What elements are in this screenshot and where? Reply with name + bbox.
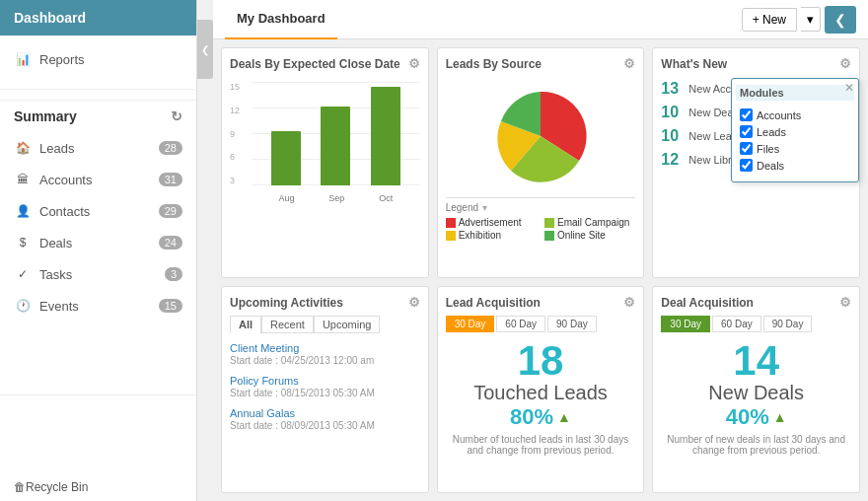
tasks-icon: ✓ bbox=[14, 265, 32, 283]
legend-online: Online Site bbox=[544, 230, 635, 241]
sidebar-item-events[interactable]: 🕐 Events 15 bbox=[0, 290, 196, 322]
activity-link-2[interactable]: Annual Galas bbox=[230, 407, 295, 419]
leads-icon: 🏠 bbox=[14, 139, 32, 157]
yaxis-6: 6 bbox=[230, 152, 252, 162]
modules-popup: ✕ Modules Accounts Leads Files bbox=[731, 78, 859, 182]
lead-acq-gear-icon[interactable]: ⚙ bbox=[623, 295, 635, 310]
sidebar-item-leads[interactable]: 🏠 Leads 28 bbox=[0, 132, 196, 164]
activity-tabs: All Recent Upcoming bbox=[230, 316, 420, 333]
lead-acq-percent: 80% bbox=[510, 404, 553, 430]
yaxis-12: 12 bbox=[230, 106, 252, 115]
lead-acq-tab-30[interactable]: 30 Day bbox=[446, 316, 495, 332]
deal-acq-tab-90[interactable]: 90 Day bbox=[763, 316, 813, 332]
accounts-icon: 🏛 bbox=[14, 171, 32, 188]
new-button-label: + New bbox=[753, 13, 786, 27]
widget-whats-new: What's New ⚙ 13 New Accou... 10 New Deal… bbox=[652, 47, 860, 278]
activity-link-0[interactable]: Client Meeting bbox=[230, 342, 299, 354]
deals-chart-title: Deals By Expected Close Date ⚙ bbox=[230, 56, 420, 71]
sidebar-item-reports[interactable]: 📊 Reports bbox=[0, 43, 196, 75]
contacts-label: Contacts bbox=[39, 204, 159, 219]
lead-acq-tab-90[interactable]: 90 Day bbox=[547, 316, 597, 332]
upcoming-title: Upcoming Activities ⚙ bbox=[230, 295, 420, 310]
modules-label-deals: Deals bbox=[757, 160, 784, 172]
deal-acq-gear-icon[interactable]: ⚙ bbox=[839, 295, 851, 310]
back-button[interactable]: ❮ bbox=[825, 6, 856, 34]
bar-oct-rect bbox=[371, 87, 400, 185]
modules-label-accounts: Accounts bbox=[757, 109, 801, 121]
leads-source-title: Leads By Source ⚙ bbox=[446, 56, 636, 71]
sidebar-header: Dashboard bbox=[0, 0, 196, 36]
bar-oct bbox=[371, 87, 400, 185]
lead-acq-tabs: 30 Day 60 Day 90 Day bbox=[446, 316, 636, 332]
legend-title: Legend bbox=[446, 202, 478, 213]
leads-count: 28 bbox=[159, 141, 182, 155]
sidebar-nav-items: 🏠 Leads 28 🏛 Accounts 31 👤 Contacts 29 $… bbox=[0, 132, 196, 322]
deal-acq-arrow-icon: ▲ bbox=[773, 409, 787, 425]
back-icon: ❮ bbox=[834, 12, 846, 28]
new-dropdown-button[interactable]: ▾ bbox=[801, 7, 821, 32]
tasks-label: Tasks bbox=[39, 267, 165, 282]
modules-label-files: Files bbox=[757, 143, 779, 155]
deal-acq-tab-30[interactable]: 30 Day bbox=[661, 316, 710, 332]
lead-acq-percent-container: 80% ▲ bbox=[446, 404, 636, 430]
legend-dropdown-icon[interactable]: ▾ bbox=[482, 202, 487, 213]
legend-container: Legend ▾ Advertisement Email Campaign bbox=[446, 197, 636, 241]
activity-date-0: Start date : 04/25/2013 12:00 am bbox=[230, 355, 420, 366]
bar-sep bbox=[321, 107, 350, 185]
modules-popup-close-button[interactable]: ✕ bbox=[844, 81, 854, 95]
events-icon: 🕐 bbox=[14, 297, 32, 315]
summary-section: Summary ↻ bbox=[0, 100, 196, 132]
modules-checkbox-leads[interactable] bbox=[740, 125, 753, 138]
modules-checkbox-accounts[interactable] bbox=[740, 108, 753, 121]
leads-source-gear-icon[interactable]: ⚙ bbox=[623, 56, 635, 71]
sidebar-item-accounts[interactable]: 🏛 Accounts 31 bbox=[0, 164, 196, 195]
new-button[interactable]: + New bbox=[742, 8, 797, 32]
lead-acq-label: Touched Leads bbox=[446, 382, 636, 404]
accounts-count: 31 bbox=[159, 173, 182, 186]
deals-count: 24 bbox=[159, 236, 182, 250]
sidebar: Dashboard 📊 Reports Summary ↻ 🏠 Leads 28… bbox=[0, 0, 197, 501]
sidebar-item-tasks[interactable]: ✓ Tasks 3 bbox=[0, 258, 196, 290]
yaxis-15: 15 bbox=[230, 82, 252, 92]
dashboard-grid: Deals By Expected Close Date ⚙ 15 12 9 6… bbox=[213, 39, 868, 501]
reports-label: Reports bbox=[39, 52, 182, 67]
widget-lead-acquisition: Lead Acquisition ⚙ 30 Day 60 Day 90 Day … bbox=[437, 286, 645, 493]
modules-checkbox-files[interactable] bbox=[740, 142, 753, 155]
lead-acq-tab-60[interactable]: 60 Day bbox=[496, 316, 545, 332]
activity-link-1[interactable]: Policy Forums bbox=[230, 375, 299, 387]
sidebar-item-contacts[interactable]: 👤 Contacts 29 bbox=[0, 195, 196, 227]
whats-new-gear-icon[interactable]: ⚙ bbox=[839, 56, 851, 71]
deal-acq-description: Number of new deals in last 30 days and … bbox=[661, 434, 851, 456]
activity-item-1: Policy Forums Start date : 08/15/2013 05… bbox=[230, 374, 420, 398]
lead-acq-arrow-icon: ▲ bbox=[557, 409, 571, 425]
contacts-count: 29 bbox=[159, 204, 182, 218]
legend-label-advertisement: Advertisement bbox=[459, 217, 522, 228]
sidebar-item-recycle-bin[interactable]: 🗑 Recycle Bin bbox=[0, 473, 196, 501]
whats-new-count-1: 10 bbox=[661, 104, 685, 121]
whats-new-count-0: 13 bbox=[661, 80, 685, 98]
deals-chart-gear-icon[interactable]: ⚙ bbox=[408, 56, 420, 71]
summary-label: Summary bbox=[14, 108, 77, 124]
activity-tab-all[interactable]: All bbox=[230, 316, 261, 333]
activity-date-1: Start date : 08/15/2013 05:30 AM bbox=[230, 388, 420, 398]
active-tab[interactable]: My Dashboard bbox=[225, 0, 337, 39]
deal-acq-label: New Deals bbox=[661, 382, 851, 404]
whats-new-count-3: 12 bbox=[661, 151, 685, 169]
sidebar-item-deals[interactable]: $ Deals 24 bbox=[0, 227, 196, 258]
deal-acq-tab-60[interactable]: 60 Day bbox=[712, 316, 761, 332]
legend-color-online bbox=[544, 231, 554, 241]
modules-label-leads: Leads bbox=[757, 126, 786, 138]
refresh-icon[interactable]: ↻ bbox=[171, 108, 182, 124]
activity-tab-upcoming[interactable]: Upcoming bbox=[314, 316, 381, 333]
sidebar-title: Dashboard bbox=[14, 10, 86, 26]
legend-color-exhibition bbox=[446, 231, 456, 241]
sidebar-toggle-button[interactable]: ❮ bbox=[197, 20, 213, 79]
whats-new-title: What's New ⚙ bbox=[661, 56, 851, 71]
activity-tab-recent[interactable]: Recent bbox=[261, 316, 314, 333]
bar-aug bbox=[271, 131, 301, 185]
widget-deal-acquisition: Deal Acquisition ⚙ 30 Day 60 Day 90 Day … bbox=[652, 286, 860, 493]
leads-label: Leads bbox=[39, 141, 159, 156]
upcoming-gear-icon[interactable]: ⚙ bbox=[408, 295, 420, 310]
modules-popup-item-files: Files bbox=[740, 140, 850, 157]
modules-checkbox-deals[interactable] bbox=[740, 159, 753, 172]
